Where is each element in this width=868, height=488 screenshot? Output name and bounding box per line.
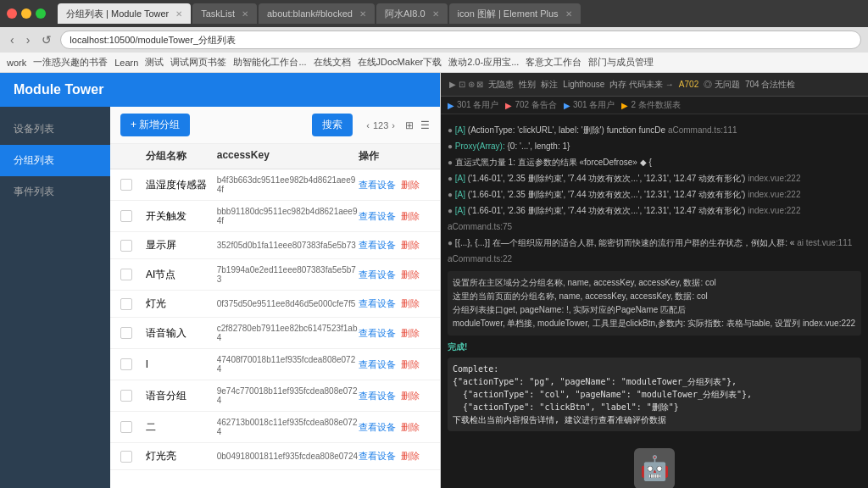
address-bar-row: ‹ › ↺ [0,27,868,53]
row-actions-9: 查看设备 删除 [359,450,430,463]
view-device-link-4[interactable]: 查看设备 [359,297,396,310]
bookmark-dept[interactable]: 部门与成员管理 [588,56,654,69]
col-actions: 操作 [359,149,430,164]
ai-line-2: ● Proxy(Array): {0: '...', length: 1} [448,140,861,153]
bookmarks-bar: work 一淮惑兴趣的书香 Learn 测试 调试网页书签 助智能化工作台...… [0,53,868,73]
ai-line-8: ● [{...}, {...}] 在—个组织应用的适合人群, 能密切而快速的流行… [448,236,861,250]
bookmark-5[interactable]: 助智能化工作台... [233,56,306,69]
app-body: 设备列表 分组列表 事件列表 + 新增分组 搜索 ‹ 123 › [0,107,440,488]
col-name: 分组名称 [146,149,217,164]
delete-link-4[interactable]: 删除 [401,297,420,310]
row-checkbox-3[interactable] [120,269,132,280]
delete-link-5[interactable]: 删除 [401,327,420,340]
row-checkbox-4[interactable] [120,298,132,310]
view-device-link-5[interactable]: 查看设备 [359,327,396,340]
list-view-icon[interactable]: ☰ [420,119,430,131]
app-title: Module Tower [14,82,103,97]
ai-no-hidden: 无隐患 [488,79,514,91]
delete-link-2[interactable]: 删除 [401,239,420,252]
close-icon[interactable]: ✕ [175,9,182,19]
row-checkbox-0[interactable] [120,179,132,191]
close-icon[interactable]: ✕ [242,9,248,19]
bookmark-client[interactable]: 客意文工作台 [526,56,581,69]
bookmark-jdoc[interactable]: 在线JDocMaker下载 [358,56,442,69]
view-device-link-6[interactable]: 查看设备 [359,358,396,371]
row-checkbox-5[interactable] [120,327,132,339]
ai-content[interactable]: ● [A] (ActionType: 'clickURL', label: '删… [441,114,868,488]
row-checkbox-1[interactable] [120,210,132,222]
row-name-3: AI节点 [146,268,217,282]
bookmark-learn[interactable]: Learn [114,58,138,68]
delete-link-7[interactable]: 删除 [401,390,420,402]
refresh-button[interactable]: ↺ [38,31,55,48]
close-icon[interactable]: ✕ [565,9,572,19]
row-name-5: 语音输入 [146,326,217,341]
row-checkbox-7[interactable] [120,390,132,402]
bookmark-debug[interactable]: 调试网页书签 [170,56,226,69]
row-checkbox-2[interactable] [120,240,132,252]
view-device-link-1[interactable]: 查看设备 [359,210,396,223]
search-button[interactable]: 搜索 [312,114,353,136]
ai-line-6: ● [A] ('1.66-01', '2.36 删除约束', '7.44 功效有… [448,204,861,218]
bookmark-work[interactable]: work [7,58,26,68]
view-device-link-7[interactable]: 查看设备 [359,390,396,402]
forward-button[interactable]: › [23,31,34,48]
tab-module-tower[interactable]: 分组列表 | Module Tower ✕ [58,3,191,24]
ai-header-icons: ▶ ⊡ ⊛ ⊠ [449,80,483,89]
tab-tasklist[interactable]: TaskList ✕ [192,3,257,24]
close-icon[interactable]: ✕ [432,9,439,19]
view-device-link-3[interactable]: 查看设备 [359,269,396,281]
row-checkbox-9[interactable] [120,451,132,463]
close-icon[interactable]: ✕ [359,9,366,19]
ai-no-issue: ◎ 无问题 [704,79,740,91]
sidebar-item-events[interactable]: 事件列表 [0,176,110,208]
sidebar-item-groups[interactable]: 分组列表 [0,145,110,176]
table-row: 显示屏 352f05d0b1fa11eee807383fa5e5b73 查看设备… [110,232,440,259]
bookmark-app[interactable]: 激动2.0-应用宝... [448,56,519,69]
table-row: 二 462713b0018c11ef935fcdea808e0724 查看设备 … [110,412,440,443]
tab-blank[interactable]: about:blank#blocked ✕ [259,3,375,24]
ai-complete-label: 完成! [448,341,861,354]
row-actions-5: 查看设备 删除 [359,327,430,340]
tab-ai[interactable]: 阿水AI8.0 ✕ [376,3,448,24]
maximize-button[interactable] [36,8,46,19]
back-button[interactable]: ‹ [7,31,18,48]
add-group-button[interactable]: + 新增分组 [120,114,190,136]
bookmark-test[interactable]: 测试 [145,56,164,69]
col-key: accessKey [217,149,359,164]
row-key-8: 462713b0018c11ef935fcdea808e0724 [217,418,359,436]
ai-line-4: ● [A] ('1.46-01', '2.35 删除约束', '7.44 功效有… [448,172,861,186]
row-key-4: 0f375d50e9511ee8d46d5e000cfe7f5 [217,299,359,308]
delete-link-1[interactable]: 删除 [401,210,420,223]
view-device-link-2[interactable]: 查看设备 [359,239,396,252]
minimize-button[interactable] [21,8,31,19]
pagination: ‹ 123 › [366,120,395,130]
delete-link-3[interactable]: 删除 [401,269,420,281]
status-301b: ▶ 301 各用户 [564,99,615,111]
row-name-4: 灯光 [146,297,217,311]
bookmark-docs[interactable]: 在线文档 [314,56,351,69]
status-301: ▶ 301 各用户 [448,99,498,111]
tab-label: TaskList [201,8,235,19]
row-checkbox-8[interactable] [120,421,132,433]
view-device-link-8[interactable]: 查看设备 [359,421,396,434]
close-button[interactable] [7,8,17,19]
delete-link-6[interactable]: 删除 [401,358,420,371]
delete-link-8[interactable]: 删除 [401,421,420,434]
page-prev-icon[interactable]: ‹ [366,120,370,130]
page-next-icon[interactable]: › [392,120,395,130]
delete-link-0[interactable]: 删除 [401,179,420,191]
grid-view-icon[interactable]: ⊞ [405,119,414,131]
delete-link-9[interactable]: 删除 [401,450,420,463]
row-key-9: 0b04918001811ef935fcdea808e0724 [217,452,359,461]
sidebar-item-settings[interactable]: 设备列表 [0,114,110,145]
view-device-link-0[interactable]: 查看设备 [359,179,396,191]
bookmark-1[interactable]: 一淮惑兴趣的书香 [33,56,108,69]
address-input[interactable] [60,30,861,49]
tab-element[interactable]: icon 图解 | Element Plus ✕ [449,3,581,24]
row-actions-4: 查看设备 删除 [359,297,430,310]
row-checkbox-6[interactable] [120,358,132,370]
status-2cond: ▶ 2 条件数据表 [621,99,680,111]
ai-panel-header: ▶ ⊡ ⊛ ⊠ 无隐患 性别 标注 Lighthouse 内存 代码未来 → A… [441,73,868,97]
view-device-link-9[interactable]: 查看设备 [359,450,396,463]
